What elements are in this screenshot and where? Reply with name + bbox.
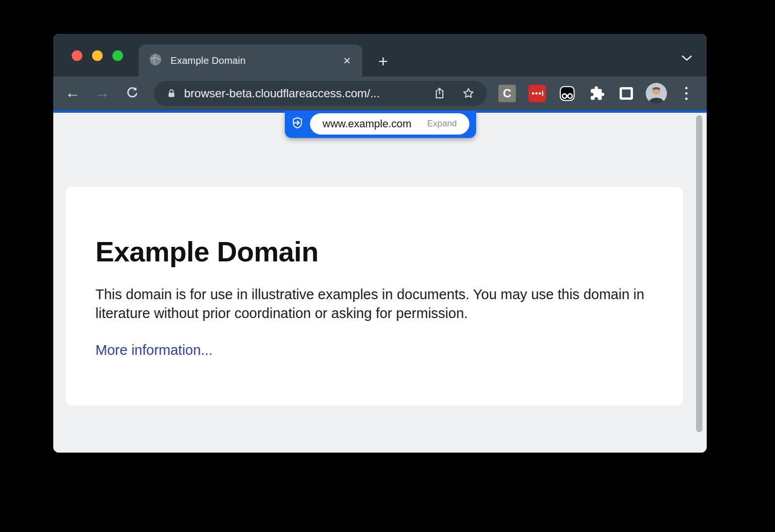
browser-menu-icon[interactable]: [678, 85, 695, 102]
screenshot-background: Example Domain × + ← →: [0, 0, 775, 532]
new-tab-button[interactable]: +: [373, 50, 393, 72]
more-information-link[interactable]: More information...: [95, 342, 213, 358]
bookmark-star-icon[interactable]: [462, 87, 475, 102]
address-bar[interactable]: browser-beta.cloudflareaccess.com/...: [154, 81, 487, 106]
minimize-window-button[interactable]: [92, 50, 103, 61]
scrollbar-thumb[interactable]: [696, 115, 702, 432]
tab-strip: Example Domain × +: [53, 34, 707, 76]
profile-avatar[interactable]: [646, 83, 667, 104]
page-viewport: www.example.com Expand Example Domain Th…: [53, 113, 707, 453]
forward-button[interactable]: →: [93, 83, 111, 103]
shield-arrow-icon: [291, 116, 304, 132]
extension-c-label: C: [503, 87, 511, 100]
lock-icon[interactable]: [166, 88, 177, 101]
page-paragraph: This domain is for use in illustrative e…: [95, 285, 652, 323]
zoom-window-button[interactable]: [112, 50, 123, 61]
back-button[interactable]: ←: [64, 83, 81, 103]
browser-window: Example Domain × + ← →: [53, 34, 707, 453]
close-window-button[interactable]: [72, 50, 82, 61]
tab-example-domain[interactable]: Example Domain ×: [139, 45, 362, 76]
tab-title: Example Domain: [170, 55, 341, 66]
extensions-puzzle-icon[interactable]: [589, 85, 606, 102]
url-text: browser-beta.cloudflareaccess.com/...: [184, 87, 380, 100]
reload-button[interactable]: [124, 83, 141, 103]
tab-close-icon[interactable]: ×: [341, 54, 353, 67]
content-card: Example Domain This domain is for use in…: [65, 187, 683, 406]
window-controls: [72, 50, 123, 61]
toolbar: ← → browser-beta.cloudflareaccess.com/..…: [53, 76, 707, 110]
extension-panda-icon[interactable]: [558, 85, 576, 102]
extension-lastpass-icon[interactable]: [528, 85, 546, 102]
tab-search-chevron-icon[interactable]: [682, 54, 692, 63]
share-icon[interactable]: [433, 87, 446, 102]
expand-button[interactable]: Expand: [427, 119, 457, 129]
extension-c-icon[interactable]: C: [498, 85, 516, 102]
isolation-pill[interactable]: www.example.com Expand: [285, 110, 476, 138]
globe-favicon-icon: [148, 52, 163, 69]
page-title: Example Domain: [95, 235, 654, 268]
isolation-pill-inner: www.example.com Expand: [310, 113, 469, 135]
side-panel-icon[interactable]: [618, 85, 635, 102]
isolated-domain-text: www.example.com: [323, 118, 411, 130]
